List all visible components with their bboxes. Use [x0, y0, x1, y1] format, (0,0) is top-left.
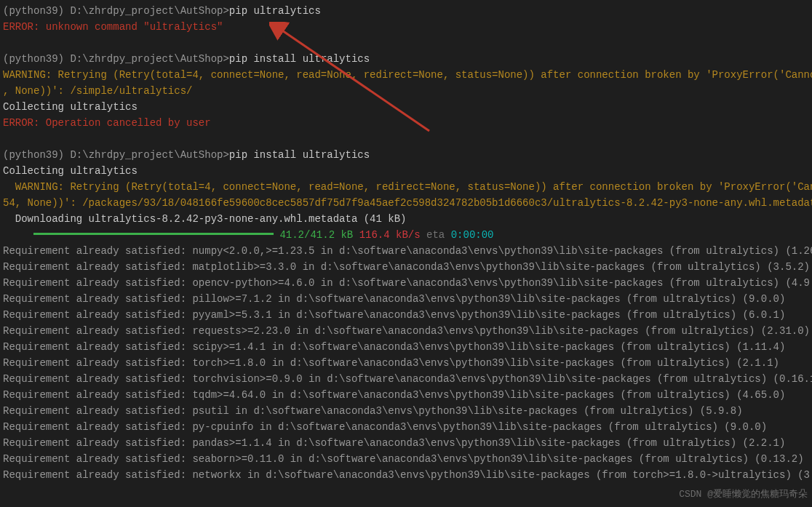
progress-indent	[3, 229, 33, 241]
path-prefix: D:\zhrdpy_project\AutShop>	[70, 149, 228, 161]
env-prefix: (python39)	[3, 5, 70, 17]
progress-line: 41.2/41.2 kB 116.4 kB/s eta 0:00:00	[3, 227, 809, 243]
blank-line	[3, 35, 809, 51]
path-prefix: D:\zhrdpy_project\AutShop>	[70, 53, 228, 65]
error-unknown-command: ERROR: unknown command "ultralytics"	[3, 19, 809, 35]
requirement-line: Requirement already satisfied: pandas>=1…	[3, 435, 809, 451]
error-cancelled: ERROR: Operation cancelled by user	[3, 115, 809, 131]
warning-retry-1b: , None))': /simple/ultralytics/	[3, 83, 809, 99]
prompt-line-2: (python39) D:\zhrdpy_project\AutShop>pip…	[3, 51, 809, 67]
warning-retry-2b: 54, None))': /packages/93/18/048166fe596…	[3, 195, 809, 211]
requirement-line: Requirement already satisfied: pillow>=7…	[3, 291, 809, 307]
collecting-1: Collecting ultralytics	[3, 99, 809, 115]
requirement-line: Requirement already satisfied: requests>…	[3, 323, 809, 339]
prompt-line-1: (python39) D:\zhrdpy_project\AutShop>pip…	[3, 3, 809, 19]
warning-retry-2a: WARNING: Retrying (Retry(total=4, connec…	[3, 179, 809, 195]
requirement-line: Requirement already satisfied: py-cpuinf…	[3, 419, 809, 435]
command-1: pip ultralytics	[229, 5, 321, 17]
csdn-watermark: CSDN @爱睡懒觉的焦糖玛奇朵	[679, 487, 808, 503]
requirement-line: Requirement already satisfied: seaborn>=…	[3, 451, 809, 467]
prompt-line-3: (python39) D:\zhrdpy_project\AutShop>pip…	[3, 147, 809, 163]
env-prefix: (python39)	[3, 149, 70, 161]
eta-label: eta	[421, 229, 451, 241]
path-prefix: D:\zhrdpy_project\AutShop>	[70, 5, 228, 17]
env-prefix: (python39)	[3, 53, 70, 65]
requirements-list: Requirement already satisfied: numpy<2.0…	[3, 243, 809, 483]
requirement-line: Requirement already satisfied: torchvisi…	[3, 371, 809, 387]
requirement-line: Requirement already satisfied: scipy>=1.…	[3, 339, 809, 355]
requirement-line: Requirement already satisfied: opencv-py…	[3, 275, 809, 291]
progress-eta: 0:00:00	[451, 229, 494, 241]
command-3: pip install ultralytics	[229, 149, 370, 161]
requirement-line: Requirement already satisfied: tqdm>=4.6…	[3, 387, 809, 403]
requirement-line: Requirement already satisfied: psutil in…	[3, 403, 809, 419]
command-2: pip install ultralytics	[229, 53, 370, 65]
progress-size: 41.2/41.2 kB	[274, 229, 353, 241]
requirement-line: Requirement already satisfied: matplotli…	[3, 259, 809, 275]
requirement-line: Requirement already satisfied: numpy<2.0…	[3, 243, 809, 259]
blank-line	[3, 131, 809, 147]
progress-fill	[33, 233, 274, 235]
collecting-2: Collecting ultralytics	[3, 163, 809, 179]
requirement-line: Requirement already satisfied: torch>=1.…	[3, 355, 809, 371]
progress-bar	[33, 227, 274, 243]
terminal-output[interactable]: (python39) D:\zhrdpy_project\AutShop>pip…	[3, 3, 809, 483]
requirement-line: Requirement already satisfied: networkx …	[3, 467, 809, 483]
warning-retry-1a: WARNING: Retrying (Retry(total=4, connec…	[3, 67, 809, 83]
progress-speed: 116.4 kB/s	[353, 229, 420, 241]
downloading-line: Downloading ultralytics-8.2.42-py3-none-…	[3, 211, 809, 227]
requirement-line: Requirement already satisfied: pyyaml>=5…	[3, 307, 809, 323]
